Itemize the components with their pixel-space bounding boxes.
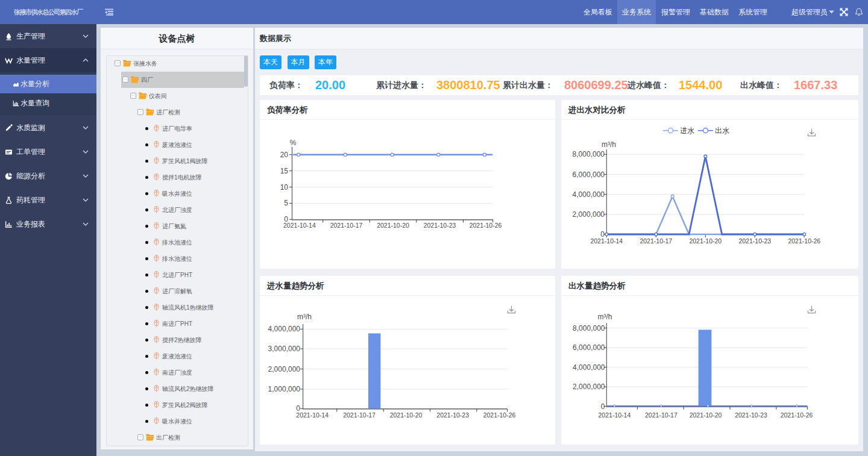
- svg-text:2021-10-14: 2021-10-14: [599, 411, 631, 419]
- svg-text:4,000,000: 4,000,000: [573, 363, 605, 372]
- svg-text:4,000,000: 4,000,000: [573, 190, 605, 199]
- svg-text:2021-10-17: 2021-10-17: [645, 411, 678, 419]
- svg-text:8,000,000: 8,000,000: [573, 324, 605, 333]
- svg-text:6,000,000: 6,000,000: [573, 343, 605, 352]
- svg-text:8,000,000: 8,000,000: [573, 150, 605, 158]
- svg-text:进水: 进水: [680, 126, 694, 135]
- svg-text:2021-10-20: 2021-10-20: [390, 411, 423, 419]
- svg-text:2021-10-14: 2021-10-14: [283, 222, 316, 229]
- svg-text:m³/h: m³/h: [602, 140, 616, 149]
- svg-text:2021-10-23: 2021-10-23: [735, 411, 767, 419]
- svg-text:2,000,000: 2,000,000: [573, 210, 605, 219]
- svg-text:2021-10-17: 2021-10-17: [330, 222, 363, 229]
- svg-text:2021-10-23: 2021-10-23: [738, 237, 771, 245]
- svg-text:2021-10-26: 2021-10-26: [470, 222, 502, 229]
- svg-text:2,000,000: 2,000,000: [573, 383, 605, 391]
- svg-text:2021-10-14: 2021-10-14: [296, 411, 329, 419]
- svg-text:2021-10-20: 2021-10-20: [689, 237, 722, 245]
- svg-text:20: 20: [280, 151, 289, 159]
- svg-text:1,000,000: 1,000,000: [268, 385, 301, 393]
- svg-text:15: 15: [280, 167, 289, 175]
- svg-text:2021-10-17: 2021-10-17: [343, 411, 376, 419]
- svg-text:10: 10: [280, 183, 289, 192]
- svg-text:2021-10-20: 2021-10-20: [377, 222, 409, 229]
- svg-text:2021-10-26: 2021-10-26: [788, 237, 820, 245]
- svg-text:2021-10-14: 2021-10-14: [590, 237, 623, 245]
- svg-text:3,000,000: 3,000,000: [268, 345, 301, 353]
- svg-text:4,000,000: 4,000,000: [268, 325, 301, 333]
- svg-text:2021-10-26: 2021-10-26: [781, 411, 813, 419]
- svg-text:出水: 出水: [715, 126, 729, 135]
- svg-text:2021-10-26: 2021-10-26: [483, 411, 516, 419]
- svg-text:2,000,000: 2,000,000: [268, 365, 301, 373]
- svg-text:2021-10-23: 2021-10-23: [436, 411, 469, 419]
- svg-text:2021-10-17: 2021-10-17: [640, 237, 672, 245]
- svg-text:6,000,000: 6,000,000: [573, 170, 605, 179]
- svg-text:2021-10-20: 2021-10-20: [690, 411, 722, 419]
- svg-text:m³/h: m³/h: [297, 313, 312, 321]
- svg-text:%: %: [290, 139, 297, 147]
- svg-text:m³/h: m³/h: [598, 313, 612, 321]
- svg-text:5: 5: [284, 199, 288, 207]
- svg-text:2021-10-23: 2021-10-23: [424, 222, 456, 229]
